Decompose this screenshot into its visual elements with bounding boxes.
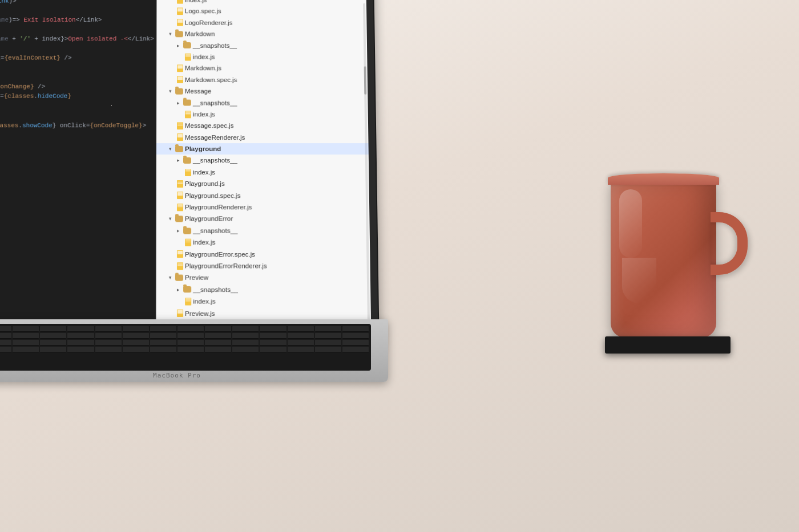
key [13, 333, 39, 339]
list-item[interactable]: index.js [156, 51, 367, 63]
coaster [605, 336, 731, 354]
coffee-mug-section [594, 114, 753, 354]
key [205, 347, 231, 352]
code-line [0, 101, 156, 111]
key [315, 333, 341, 339]
key [40, 340, 66, 346]
js-file-icon [177, 204, 183, 211]
key [67, 326, 94, 332]
key [40, 333, 66, 339]
scrollbar-thumb[interactable] [364, 67, 367, 95]
list-item[interactable]: Markdown.spec.js [156, 74, 368, 86]
sidebar-item-snapshots[interactable]: ▸ __snapshots__ [156, 40, 367, 51]
code-line [0, 160, 156, 169]
list-item[interactable]: LogoRenderer.js [156, 17, 366, 29]
key [232, 340, 259, 346]
chevron-down-icon: ▾ [169, 30, 173, 38]
list-item[interactable]: PlaygroundRenderer.js [156, 201, 369, 213]
mug-highlight [619, 189, 642, 258]
code-line [0, 111, 156, 121]
file-name: index.js [193, 109, 215, 119]
key [205, 326, 231, 332]
list-item[interactable]: Playground.spec.js [156, 190, 369, 201]
file-name: Playground.spec.js [185, 190, 240, 201]
code-line: e={classes.hideCode} [0, 92, 156, 101]
key [123, 347, 149, 352]
js-file-icon [185, 111, 191, 118]
js-file-icon [177, 8, 183, 15]
file-name: PlaygroundError.spec.js [185, 249, 255, 259]
mug-body [611, 178, 716, 338]
key [95, 347, 122, 352]
list-item[interactable]: PlaygroundErrorRenderer.js [156, 260, 370, 272]
key [260, 333, 286, 339]
file-name: index.js [193, 52, 215, 62]
sidebar-item-preview[interactable]: ▾ Preview [156, 272, 370, 284]
key [205, 340, 231, 346]
key [342, 347, 369, 352]
file-name: Markdown.spec.js [185, 75, 237, 85]
key [13, 326, 39, 332]
sidebar-item-snapshots[interactable]: ▸ __snapshots__ [156, 97, 368, 108]
sidebar-item-message[interactable]: ▾ Message [156, 86, 368, 97]
chevron-right-icon: ▸ [177, 42, 181, 50]
folder-name: __snapshots__ [193, 225, 237, 236]
sidebar-item-snapshots[interactable]: ▸ __snapshots__ [156, 225, 370, 237]
code-line: t={evalInContext} /> [0, 54, 156, 63]
sidebar-item-snapshots[interactable]: ▸ __snapshots__ [156, 284, 371, 296]
folder-icon [183, 157, 191, 164]
key [150, 347, 176, 352]
list-item[interactable]: Playground.js [156, 178, 369, 189]
list-item[interactable]: index.js [156, 237, 370, 249]
folder-name: __snapshots__ [193, 155, 237, 165]
key [150, 326, 176, 332]
key [342, 340, 369, 346]
folder-name: __snapshots__ [193, 98, 237, 108]
key [123, 333, 149, 339]
key [260, 340, 286, 346]
list-item[interactable]: Message.spec.js [156, 120, 368, 132]
key [13, 340, 39, 346]
chevron-right-icon: ▸ [177, 226, 181, 235]
chevron-down-icon: ▾ [169, 87, 173, 95]
folder-name: PlaygroundError [185, 214, 233, 225]
folder-name: Message [185, 86, 211, 96]
sidebar-item-playground-error[interactable]: ▾ PlaygroundError [156, 213, 370, 225]
key [205, 333, 231, 339]
list-item[interactable]: index.js [156, 108, 368, 120]
list-item[interactable]: PlaygroundError.spec.js [156, 248, 370, 260]
sidebar-item-markdown[interactable]: ▾ Markdown [156, 29, 367, 40]
key [315, 326, 341, 332]
code-line [0, 73, 156, 83]
list-item[interactable]: index.js [156, 0, 366, 6]
list-item[interactable]: Preview.js [156, 307, 371, 319]
list-item[interactable]: index.js [156, 166, 369, 178]
key [13, 347, 39, 352]
list-item[interactable]: index.js [156, 295, 371, 307]
code-editor: lnk)> ame)=> Exit Isolation</Link> ame +… [0, 0, 157, 338]
list-item[interactable]: Markdown.js [156, 63, 367, 74]
key [232, 333, 259, 339]
file-name: Logo.spec.js [185, 6, 221, 17]
macbook-label: MacBook Pro [153, 372, 201, 379]
code-line [0, 63, 156, 73]
key [150, 333, 176, 339]
js-file-icon [185, 239, 191, 246]
code-line: ame)=> Exit Isolation</Link> [0, 15, 156, 25]
js-file-icon [177, 19, 183, 26]
list-item[interactable]: MessageRenderer.js [156, 132, 368, 143]
sidebar-item-snapshots[interactable]: ▸ __snapshots__ [156, 155, 369, 166]
folder-name: Preview [185, 273, 208, 283]
key [315, 340, 341, 346]
file-name: PlaygroundRenderer.js [185, 202, 252, 213]
folder-icon [175, 31, 183, 37]
laptop-screen-bezel: lnk)> ame)=> Exit Isolation</Link> ame +… [0, 0, 380, 344]
key [288, 333, 314, 339]
sidebar-item-playground[interactable]: ▾ Playground [156, 143, 369, 155]
folder-icon [183, 42, 191, 48]
chevron-right-icon: ▸ [177, 156, 181, 164]
keyboard-keys [0, 324, 371, 355]
chevron-down-icon: ▾ [169, 145, 173, 153]
list-item[interactable]: Logo.spec.js [156, 6, 366, 17]
key [288, 326, 314, 332]
